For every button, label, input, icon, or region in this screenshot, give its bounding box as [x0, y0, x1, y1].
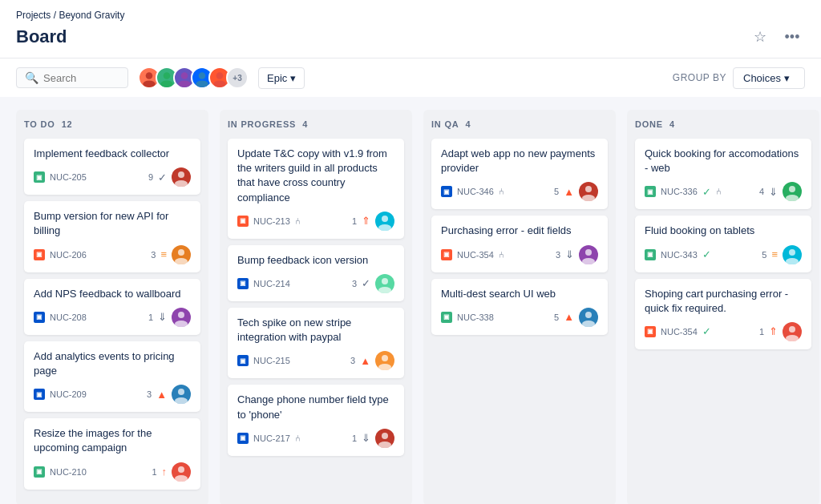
card-nuc214[interactable]: Bump feedback icon version ▣ NUC-214 3 ✓: [228, 245, 404, 301]
svg-point-39: [786, 335, 799, 341]
assignee-avatar: [783, 182, 802, 201]
column-done: DONE 4 Quick booking for accomodations -…: [627, 110, 819, 504]
ticket-id: NUC-205: [50, 172, 87, 182]
ticket-badge: ▣: [441, 312, 452, 323]
column-title-inqa: IN QA: [431, 119, 459, 129]
svg-point-19: [175, 475, 188, 482]
toolbar: 🔍 +3 Epic ▾ GROUP BY: [0, 58, 821, 97]
breadcrumb: Projects / Beyond Gravity: [16, 10, 805, 21]
search-icon: 🔍: [25, 71, 38, 84]
card-nuc354-done[interactable]: Shoping cart purchasing error - quick fi…: [635, 279, 811, 349]
assignee-avatar: [783, 245, 802, 264]
star-button[interactable]: ☆: [747, 24, 773, 50]
ticket-id: NUC-215: [253, 356, 290, 365]
ticket-badge: ▣: [645, 186, 656, 197]
column-inprogress: IN PROGRESS 4 Update T&C copy with v1.9 …: [220, 110, 412, 504]
priority-up-icon: ▲: [360, 355, 370, 367]
card-title: Update T&C copy with v1.9 from the write…: [237, 147, 394, 205]
branch-icon: ⑃: [295, 433, 301, 443]
priority-low-up-icon: ↑: [162, 466, 168, 478]
svg-point-22: [382, 278, 388, 284]
svg-point-26: [382, 433, 388, 439]
meta-count: 4: [759, 187, 764, 196]
card-nuc354[interactable]: Purchasing error - edit fields ▣ NUC-354…: [431, 216, 608, 272]
card-nuc208[interactable]: Add NPS feedback to wallboard ▣ NUC-208 …: [24, 279, 200, 335]
ticket-id: NUC-213: [253, 216, 290, 226]
priority-double-up-icon: ⇑: [769, 325, 778, 337]
card-title: Bump feedback icon version: [237, 253, 394, 268]
ticket-id: NUC-209: [50, 389, 87, 399]
card-nuc217[interactable]: Change phone number field type to 'phone…: [228, 385, 404, 455]
svg-point-11: [175, 180, 188, 187]
breadcrumb-separator: /: [54, 10, 56, 21]
priority-double-down-icon: ⇓: [158, 311, 167, 323]
svg-point-1: [143, 80, 155, 87]
card-title: Add NPS feedback to wallboard: [34, 287, 191, 301]
svg-point-14: [178, 312, 184, 318]
card-nuc346[interactable]: Adapt web app no new payments provider ▣…: [431, 139, 608, 209]
card-nuc206[interactable]: Bump version for new API for billing ▣ N…: [24, 201, 200, 272]
card-nuc215[interactable]: Tech spike on new stripe integration wit…: [228, 308, 404, 378]
svg-point-29: [582, 195, 595, 201]
ticket-badge: ▣: [237, 355, 249, 366]
assignee-avatar: [579, 245, 598, 264]
svg-point-20: [382, 216, 388, 222]
search-box[interactable]: 🔍: [16, 67, 128, 88]
meta-count: 5: [554, 187, 559, 196]
ticket-id: NUC-336: [661, 187, 698, 196]
card-nuc343[interactable]: Fluid booking on tablets ▣ NUC-343 ✓ 5 ≡: [635, 216, 811, 272]
meta-count: 1: [152, 467, 156, 477]
svg-point-30: [585, 249, 592, 256]
assignee-avatar: [172, 385, 191, 404]
svg-point-12: [178, 249, 184, 256]
card-nuc336[interactable]: Quick booking for accomodations - web ▣ …: [635, 139, 811, 209]
done-check-icon: ✓: [702, 186, 711, 198]
more-options-button[interactable]: •••: [779, 24, 805, 50]
svg-point-36: [789, 249, 795, 256]
priority-up-icon: ▲: [564, 186, 574, 198]
meta-count: 5: [762, 250, 766, 260]
priority-eq-icon: ≡: [160, 248, 167, 260]
header-actions: ☆ •••: [747, 24, 805, 50]
epic-dropdown[interactable]: Epic ▾: [258, 67, 305, 89]
card-meta: ▣ NUC-343 ✓ 5 ≡: [645, 245, 802, 264]
ticket-id: NUC-217: [253, 433, 290, 443]
card-nuc338[interactable]: Multi-dest search UI web ▣ NUC-338 5 ▲: [431, 279, 608, 335]
ticket-id: NUC-210: [50, 467, 87, 477]
ticket-badge: ▣: [237, 278, 249, 289]
meta-count: 1: [352, 433, 357, 443]
card-nuc205[interactable]: Implement feedback collector ▣ NUC-205 9…: [24, 139, 200, 195]
meta-count: 1: [148, 312, 153, 322]
breadcrumb-child: Beyond Gravity: [59, 10, 124, 21]
group-by-area: GROUP BY Choices ▾: [673, 67, 805, 89]
svg-point-32: [585, 312, 592, 318]
svg-point-24: [382, 355, 388, 361]
meta-count: 1: [759, 327, 764, 337]
choices-dropdown[interactable]: Choices ▾: [733, 67, 805, 89]
column-title-todo: TO DO: [24, 119, 55, 129]
assignee-avatar: [172, 462, 191, 482]
svg-point-15: [175, 321, 188, 327]
card-nuc210[interactable]: Resize the images for the upcoming campa…: [24, 418, 200, 489]
assignee-avatar: [375, 351, 394, 370]
meta-count: 9: [148, 172, 153, 182]
choices-label: Choices: [743, 72, 781, 84]
svg-point-31: [582, 258, 595, 264]
ticket-badge: ▣: [645, 326, 656, 337]
svg-point-33: [582, 321, 595, 327]
done-check-icon: ✓: [702, 325, 711, 337]
epic-chevron-icon: ▾: [290, 72, 296, 84]
search-input[interactable]: [43, 72, 123, 84]
assignee-avatar: [375, 274, 394, 293]
ticket-badge: ▣: [34, 466, 45, 478]
card-nuc213[interactable]: Update T&C copy with v1.9 from the write…: [228, 139, 404, 239]
assignee-avatar: [172, 308, 191, 327]
svg-point-13: [175, 258, 188, 264]
card-title: Add analytics events to pricing page: [34, 349, 191, 378]
ticket-id: NUC-354: [661, 327, 698, 337]
avatar-count[interactable]: +3: [226, 67, 249, 89]
card-meta: ▣ NUC-346 ⑃ 5 ▲: [441, 182, 598, 201]
ticket-id: NUC-208: [50, 312, 87, 322]
card-nuc209[interactable]: Add analytics events to pricing page ▣ N…: [24, 341, 200, 412]
assignee-avatar: [783, 322, 802, 341]
